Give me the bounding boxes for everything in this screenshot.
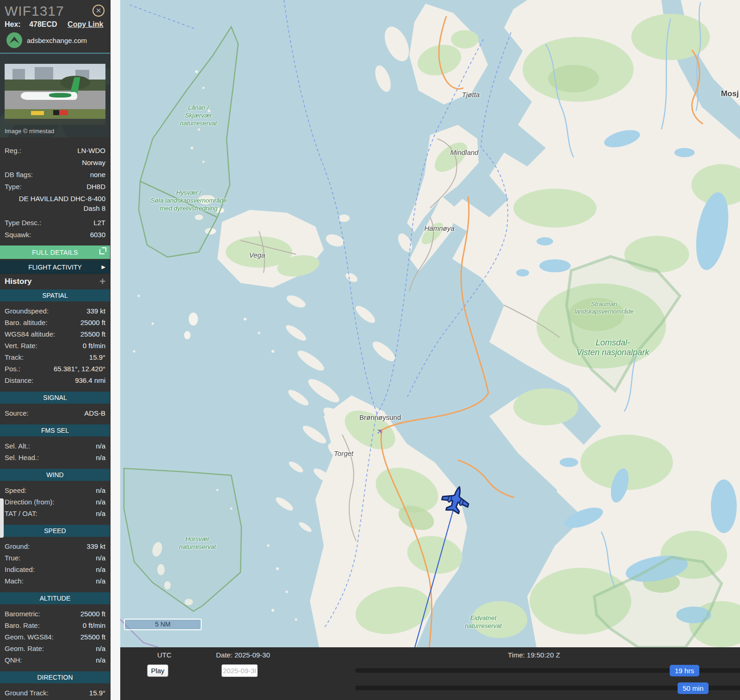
utc-label: UTC bbox=[157, 651, 172, 659]
aircraft-detail-row: Type Desc.:L2T bbox=[5, 217, 105, 229]
aircraft-photo[interactable] bbox=[5, 64, 105, 125]
section-header: SPEED bbox=[0, 525, 110, 537]
telemetry-row: Mach:n/a bbox=[5, 575, 105, 587]
telemetry-row: Distance:936.4 nmi bbox=[5, 375, 105, 386]
section-rows: Ground:339 ktTrue:n/aIndicated:n/aMach:n… bbox=[0, 540, 110, 591]
hex-value: 478ECD bbox=[29, 20, 57, 28]
full-details-label: FULL DETAILS bbox=[32, 249, 78, 256]
image-credit: Image © rrimestad bbox=[5, 125, 105, 135]
flight-activity-button[interactable]: FLIGHT ACTIVITY ▶ bbox=[0, 260, 110, 274]
copy-link[interactable]: Copy Link bbox=[68, 20, 103, 28]
flight-info-sidebar: WIF1317 ✕ Hex: 478ECD Copy Link adsbexch… bbox=[0, 0, 110, 700]
map[interactable]: ✈ TjøttaMosjMindlandHamnøyaLånan / Skjær… bbox=[120, 0, 740, 647]
date-input[interactable] bbox=[222, 664, 258, 677]
telemetry-row: Speed:n/a bbox=[5, 485, 105, 496]
aircraft-id-panel: Image © rrimestad bbox=[0, 54, 110, 137]
section-rows: Groundspeed:339 ktBaro. altitude:25000 f… bbox=[0, 305, 110, 391]
full-details-button[interactable]: FULL DETAILS bbox=[0, 246, 110, 259]
telemetry-row: Barometric:25000 ft bbox=[5, 608, 105, 620]
time-label: Time: 19:50:20 Z bbox=[508, 651, 560, 659]
telemetry-row: True:n/a bbox=[5, 552, 105, 564]
aircraft-detail-row: Norway bbox=[5, 157, 105, 169]
telemetry-row: QNH:n/a bbox=[5, 654, 105, 666]
map-scalebar: 5 NM bbox=[124, 619, 202, 630]
adsbexchange-logo-icon bbox=[6, 32, 22, 48]
date-label: Date: 2025-09-30 bbox=[216, 651, 270, 659]
aircraft-detail-row: DE HAVILLAND DHC-8-400 Dash 8 bbox=[5, 193, 105, 215]
brand-name[interactable]: adsbexchange.com bbox=[27, 37, 87, 44]
aircraft-detail-row: Squawk:6030 bbox=[5, 229, 105, 241]
map-canvas bbox=[120, 0, 740, 647]
section-rows: Speed:n/aDirection (from):n/aTAT / OAT:n… bbox=[0, 485, 110, 524]
section-header: FMS SEL bbox=[0, 424, 110, 436]
telemetry-row: Sel. Alt.:n/a bbox=[5, 440, 105, 452]
telemetry-row: Ground:339 kt bbox=[5, 540, 105, 552]
history-title: History bbox=[5, 277, 32, 286]
hex-label: Hex: bbox=[5, 20, 21, 28]
telemetry-row: TAT / OAT:n/a bbox=[5, 508, 105, 519]
section-header: ALTITUDE bbox=[0, 592, 110, 604]
section-header: WIND bbox=[0, 469, 110, 481]
section-header: SPATIAL bbox=[0, 289, 110, 301]
telemetry-row: Geom. WGS84:25500 ft bbox=[5, 631, 105, 643]
section-rows: Sel. Alt.:n/aSel. Head.:n/a bbox=[0, 440, 110, 468]
adsbexchange-app: ✈ TjøttaMosjMindlandHamnøyaLånan / Skjær… bbox=[0, 0, 740, 700]
telemetry-row: Pos.:65.381°, 12.420° bbox=[5, 363, 105, 375]
play-button[interactable]: Play bbox=[147, 664, 168, 677]
telemetry-row: Indicated:n/a bbox=[5, 564, 105, 575]
telemetry-row: Direction (from):n/a bbox=[5, 496, 105, 508]
telemetry-row: Ground Track:15.9° bbox=[5, 687, 105, 699]
aircraft-detail-row: Type:DH8D bbox=[5, 181, 105, 193]
section-header: DIRECTION bbox=[0, 671, 110, 683]
edge-tab[interactable] bbox=[0, 498, 4, 538]
telemetry-row: Groundspeed:339 kt bbox=[5, 305, 105, 317]
telemetry-row: Baro. altitude:25000 ft bbox=[5, 317, 105, 328]
telemetry-row: Source:ADS-B bbox=[5, 407, 105, 419]
flight-activity-label: FLIGHT ACTIVITY bbox=[28, 264, 82, 271]
history-header: History + bbox=[0, 274, 110, 289]
playback-bar: UTC Date: 2025-09-30 Time: 19:50:20 Z Pl… bbox=[120, 647, 740, 700]
telemetry-row: Vert. Rate:0 ft/min bbox=[5, 340, 105, 351]
close-icon[interactable]: ✕ bbox=[92, 5, 105, 17]
telemetry-row: Geom. Rate:n/a bbox=[5, 643, 105, 654]
telemetry-row: WGS84 altitude:25500 ft bbox=[5, 328, 105, 340]
telemetry-row: Baro. Rate:0 ft/min bbox=[5, 620, 105, 631]
plus-icon[interactable]: + bbox=[99, 276, 105, 288]
section-header: SIGNAL bbox=[0, 392, 110, 404]
sidebar-gutter[interactable] bbox=[110, 0, 120, 700]
hours-slider-handle[interactable]: 19 hrs bbox=[670, 665, 699, 676]
aircraft-detail-row: Reg.:LN-WDO bbox=[5, 145, 105, 157]
minutes-slider-handle[interactable]: 50 min bbox=[678, 682, 709, 694]
section-rows: Barometric:25000 ftBaro. Rate:0 ft/minGe… bbox=[0, 608, 110, 670]
section-rows: Source:ADS-B bbox=[0, 407, 110, 424]
aircraft-details: Reg.:LN-WDONorwayDB flags:noneType:DH8DD… bbox=[0, 137, 110, 246]
telemetry-sections: SPATIALGroundspeed:339 ktBaro. altitude:… bbox=[0, 289, 110, 700]
external-link-icon bbox=[99, 249, 105, 254]
telemetry-row: Track:15.9° bbox=[5, 351, 105, 363]
section-rows: Ground Track:15.9° bbox=[0, 687, 110, 700]
telemetry-row: Sel. Head.:n/a bbox=[5, 452, 105, 463]
chevron-right-icon: ▶ bbox=[102, 264, 105, 270]
aircraft-detail-row: DB flags:none bbox=[5, 169, 105, 181]
flight-callsign: WIF1317 bbox=[5, 4, 105, 18]
